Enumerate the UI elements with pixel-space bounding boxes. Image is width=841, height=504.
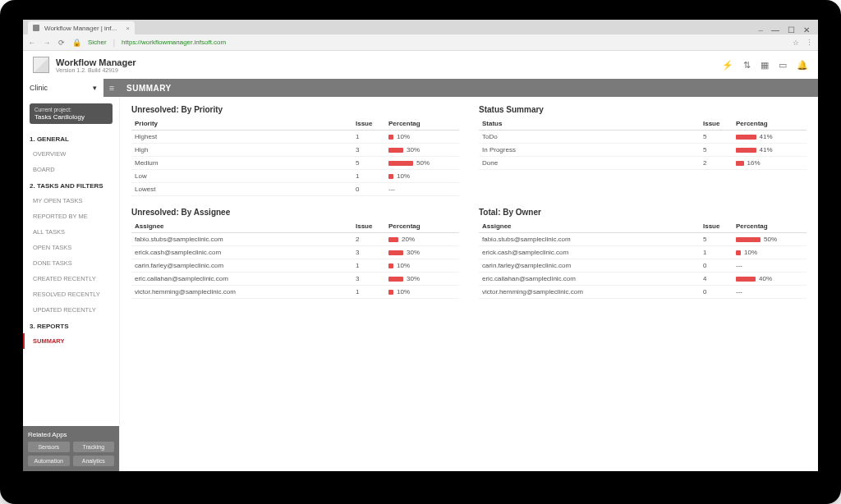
app-subtitle: Version 1.2. Build 42919	[56, 67, 136, 73]
nav-item[interactable]: SUMMARY	[23, 333, 119, 349]
related-app-button[interactable]: Analytics	[73, 456, 115, 466]
forward-icon[interactable]: →	[43, 39, 51, 47]
percent-bar	[388, 290, 393, 295]
row-percentag: 50%	[733, 233, 807, 246]
row-percentag: 16%	[733, 157, 807, 170]
row-issue: 1	[352, 286, 385, 299]
nav-item[interactable]: ALL TASKS	[23, 224, 119, 240]
row-percentag: 10%	[385, 131, 459, 144]
panel-status-summary: Status Summary Status Issue Percentag To…	[479, 105, 807, 196]
related-app-button[interactable]: Automation	[28, 456, 70, 466]
row-percentag: 40%	[733, 273, 807, 286]
row-label: erick.cash@sampleclinic.com	[479, 246, 700, 259]
table-row: erick.cash@sampleclinic.com330%	[131, 246, 459, 259]
row-issue: 3	[352, 144, 385, 157]
row-label: Medium	[131, 157, 352, 170]
new-tab-icon[interactable]: –	[758, 25, 763, 34]
table-row: carin.farley@sampleclinic.com0---	[479, 259, 807, 273]
table-row: carin.farley@sampleclinic.com110%	[131, 259, 459, 273]
percent-bar	[736, 237, 761, 242]
browser-tab[interactable]: Workflow Manager | inf... ×	[28, 21, 135, 34]
row-label: Lowest	[131, 183, 352, 196]
browser-menu-icon[interactable]: ⋮	[806, 39, 813, 47]
back-icon[interactable]: ←	[28, 39, 36, 47]
nav-item[interactable]: OVERVIEW	[23, 146, 119, 162]
nav-item[interactable]: OPEN TASKS	[23, 240, 119, 255]
context-selector[interactable]: Clinic ▾	[23, 79, 103, 97]
row-label: fabio.stubs@sampleclinic.com	[479, 233, 700, 246]
col-percentag: Percentag	[385, 220, 459, 233]
percent-bar	[736, 277, 756, 282]
col-issue: Issue	[352, 220, 385, 233]
row-percentag: 10%	[733, 246, 807, 259]
percent-bar	[388, 161, 413, 166]
panel-unresolved-assignee: Unresolved: By Assignee Assignee Issue P…	[131, 208, 459, 299]
nav-item[interactable]: RESOLVED RECENTLY	[23, 286, 119, 302]
table-row: fabio.stubs@sampleclinic.com220%	[131, 233, 459, 246]
panel-title: Status Summary	[479, 105, 807, 114]
related-app-button[interactable]: Sensors	[28, 442, 70, 452]
close-window-icon[interactable]: ✕	[803, 25, 810, 34]
percent-bar	[736, 135, 756, 140]
panel-title: Unresolved: By Priority	[131, 105, 459, 114]
percent-bar	[388, 174, 393, 179]
nav-item[interactable]: CREATED RECENTLY	[23, 271, 119, 286]
table-unresolved-assignee: Assignee Issue Percentag fabio.stubs@sam…	[131, 220, 459, 299]
col-percentag: Percentag	[385, 117, 459, 131]
nav-item[interactable]: MY OPEN TASKS	[23, 193, 119, 208]
row-percentag: 10%	[385, 170, 459, 183]
panel-total-owner: Total: By Owner Assignee Issue Percentag…	[479, 208, 807, 299]
nav-item[interactable]: UPDATED RECENTLY	[23, 302, 119, 318]
percent-bar	[736, 148, 756, 153]
grid-icon[interactable]: ▦	[761, 60, 769, 71]
maximize-icon[interactable]: ☐	[788, 25, 795, 34]
row-issue: 2	[352, 233, 385, 246]
project-chip-label: Current project:	[34, 107, 108, 113]
close-icon[interactable]: ×	[126, 25, 130, 32]
related-apps-panel: Related Apps SensorsTrackingAutomationAn…	[23, 426, 119, 471]
row-issue: 0	[700, 259, 733, 273]
row-percentag: ---	[385, 183, 459, 196]
lock-icon: 🔒	[72, 39, 81, 47]
table-total-owner: Assignee Issue Percentag fabio.stubs@sam…	[479, 220, 807, 299]
nav-item[interactable]: REPORTED BY ME	[23, 208, 119, 224]
card-icon[interactable]: ▭	[779, 60, 787, 71]
col-issue: Issue	[700, 117, 733, 131]
percent-bar	[388, 148, 403, 153]
table-row: Medium550%	[131, 157, 459, 170]
row-issue: 0	[352, 183, 385, 196]
sidebar: Current project: Tasks Cardiology 1. GEN…	[23, 97, 120, 471]
table-row: fabio.stubs@sampleclinic.com550%	[479, 233, 807, 246]
related-apps-title: Related Apps	[28, 431, 114, 438]
browser-addressbar: ← → ⟳ 🔒 Sicher | https://workflowmanager…	[23, 34, 818, 51]
nav-item[interactable]: DONE TASKS	[23, 255, 119, 271]
row-label: Done	[479, 157, 700, 170]
bookmark-star-icon[interactable]: ☆	[793, 39, 799, 47]
bell-icon[interactable]: 🔔	[797, 60, 808, 71]
col-status: Status	[479, 117, 700, 131]
col-issue: Issue	[700, 220, 733, 233]
reload-icon[interactable]: ⟳	[57, 39, 66, 47]
row-label: High	[131, 144, 352, 157]
sliders-icon[interactable]: ⇅	[743, 60, 751, 71]
bolt-icon[interactable]: ⚡	[722, 60, 733, 71]
row-percentag: ---	[733, 259, 807, 273]
header-icon-bar: ⚡ ⇅ ▦ ▭ 🔔	[722, 60, 808, 71]
table-row: In Progress541%	[479, 144, 807, 157]
row-issue: 4	[700, 273, 733, 286]
row-percentag: 41%	[733, 131, 807, 144]
related-app-button[interactable]: Tracking	[73, 442, 115, 452]
table-row: victor.hemming@sampleclinic.com0---	[479, 286, 807, 299]
table-status-summary: Status Issue Percentag ToDo541%In Progre…	[479, 117, 807, 170]
project-chip[interactable]: Current project: Tasks Cardiology	[30, 103, 113, 124]
hamburger-icon[interactable]: ≡	[103, 83, 120, 93]
table-row: Done216%	[479, 157, 807, 170]
nav-group-title: 2. TASKS AND FILTERS	[23, 177, 119, 193]
minimize-icon[interactable]: —	[771, 25, 779, 34]
table-unresolved-priority: Priority Issue Percentag Highest110%High…	[131, 117, 459, 196]
app-header: Workflow Manager Version 1.2. Build 4291…	[23, 51, 818, 79]
nav-item[interactable]: BOARD	[23, 162, 119, 177]
row-label: victor.hemming@sampleclinic.com	[131, 286, 352, 299]
nav-group-title: 3. REPORTS	[23, 318, 119, 333]
url-field[interactable]: https://workflowmanager.infsoft.com	[122, 39, 226, 46]
